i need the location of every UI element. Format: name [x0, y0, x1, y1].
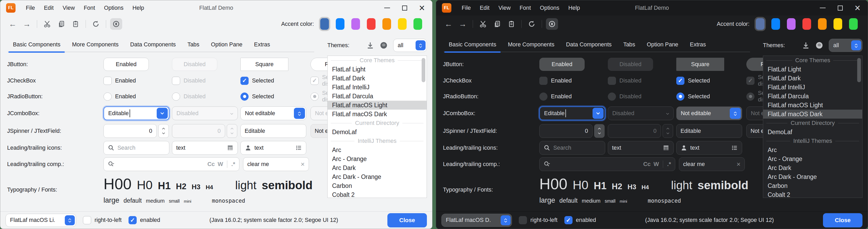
- accent-swatch-1[interactable]: [756, 18, 765, 30]
- tab-extras[interactable]: Extras: [684, 38, 712, 52]
- menu-options[interactable]: Options: [535, 0, 564, 16]
- enabled-checkbox[interactable]: enabled: [128, 216, 160, 224]
- list-icon[interactable]: [295, 144, 302, 151]
- refresh-button[interactable]: [526, 18, 538, 30]
- search-with-options-field[interactable]: CcW.*: [103, 157, 239, 171]
- paste-button[interactable]: [69, 18, 82, 30]
- copy-button[interactable]: [491, 18, 503, 30]
- download-icon[interactable]: [366, 41, 374, 49]
- spinner[interactable]: 0: [539, 124, 608, 138]
- enabled-checkbox[interactable]: enabled: [564, 216, 596, 224]
- text-field-calendar[interactable]: text: [608, 141, 674, 155]
- radio-selected[interactable]: Selected: [241, 92, 310, 101]
- tab-extras[interactable]: Extras: [248, 38, 276, 52]
- combobox-not-editable[interactable]: Not editable: [676, 107, 742, 120]
- search-dropdown-icon[interactable]: [544, 161, 550, 168]
- theme-item[interactable]: Cobalt 2: [328, 190, 427, 198]
- checkbox-selected[interactable]: Selected: [241, 77, 310, 85]
- combobox-updown-button[interactable]: [730, 108, 741, 119]
- match-case-toggle[interactable]: Cc: [207, 161, 215, 168]
- close-button[interactable]: [849, 1, 866, 15]
- maximize-button[interactable]: [396, 1, 413, 15]
- tab-data-components[interactable]: Data Components: [124, 38, 181, 52]
- accent-swatch-4[interactable]: [367, 18, 375, 30]
- refresh-button[interactable]: [90, 18, 102, 30]
- square-button[interactable]: Square: [241, 58, 288, 71]
- match-case-toggle[interactable]: Cc: [643, 161, 650, 168]
- accent-swatch-7[interactable]: [849, 18, 858, 30]
- clear-me-field[interactable]: clear me×: [679, 157, 745, 171]
- combobox-updown-button[interactable]: [501, 215, 510, 225]
- theme-item[interactable]: FlatLaf Light: [328, 65, 427, 74]
- minimize-button[interactable]: [378, 1, 396, 15]
- close-dialog-button[interactable]: Close: [388, 213, 427, 227]
- tab-basic-components[interactable]: Basic Components: [443, 38, 502, 52]
- menu-font[interactable]: Font: [79, 0, 99, 16]
- whole-word-toggle[interactable]: W: [654, 161, 659, 168]
- theme-item[interactable]: Arc Dark: [763, 163, 862, 172]
- enabled-button[interactable]: Enabled: [103, 58, 149, 71]
- enabled-button[interactable]: Enabled: [539, 58, 585, 71]
- forward-button[interactable]: →: [21, 18, 33, 30]
- spinner[interactable]: 0: [103, 124, 172, 138]
- theme-item[interactable]: Arc: [328, 145, 427, 154]
- table-icon[interactable]: [662, 144, 670, 151]
- accent-swatch-2[interactable]: [771, 18, 780, 30]
- theme-item[interactable]: FlatLaf IntelliJ: [763, 83, 862, 92]
- combobox-arrow-button[interactable]: [592, 108, 603, 119]
- tab-tabs[interactable]: Tabs: [182, 38, 205, 52]
- tab-more-components[interactable]: More Components: [502, 38, 560, 52]
- combobox-arrow-button[interactable]: [157, 108, 168, 119]
- github-icon[interactable]: [815, 41, 824, 50]
- accent-swatch-3[interactable]: [351, 18, 360, 30]
- menu-options[interactable]: Options: [99, 0, 128, 16]
- show-toggle-button[interactable]: [546, 18, 558, 30]
- close-button[interactable]: [413, 1, 431, 15]
- tab-option-pane[interactable]: Option Pane: [205, 38, 248, 52]
- github-icon[interactable]: [379, 41, 388, 50]
- regex-toggle[interactable]: .*: [667, 161, 671, 168]
- menu-view[interactable]: View: [58, 0, 79, 16]
- scrollbar-thumb[interactable]: [857, 58, 861, 82]
- accent-swatch-2[interactable]: [336, 18, 344, 30]
- laf-combobox[interactable]: FlatLaf macOS D...: [441, 214, 512, 227]
- theme-item[interactable]: DemoLaf: [763, 127, 862, 137]
- close-dialog-button[interactable]: Close: [823, 213, 863, 227]
- text-field-calendar[interactable]: text: [172, 141, 238, 155]
- theme-item[interactable]: FlatLaf IntelliJ: [328, 83, 427, 92]
- tab-data-components[interactable]: Data Components: [560, 38, 617, 52]
- search-with-options-field[interactable]: CcW.*: [539, 157, 675, 171]
- accent-swatch-5[interactable]: [382, 18, 391, 30]
- whole-word-toggle[interactable]: W: [218, 161, 223, 168]
- theme-item-selected[interactable]: FlatLaf macOS Light: [328, 101, 427, 110]
- maximize-button[interactable]: [831, 1, 849, 15]
- combobox-editable[interactable]: Editable: [103, 107, 169, 120]
- theme-item[interactable]: FlatLaf macOS Dark: [328, 110, 427, 119]
- radio-enabled[interactable]: Enabled: [539, 92, 608, 101]
- back-button[interactable]: ←: [442, 18, 455, 30]
- checkbox-selected[interactable]: Selected: [676, 77, 746, 85]
- search-field[interactable]: Search: [539, 141, 605, 155]
- regex-toggle[interactable]: .*: [231, 161, 235, 168]
- themes-filter-combobox[interactable]: all: [393, 39, 427, 52]
- theme-item[interactable]: Carbon: [328, 181, 427, 190]
- right-to-left-checkbox[interactable]: right-to-left: [83, 216, 122, 224]
- paste-button[interactable]: [505, 18, 518, 30]
- search-field[interactable]: Search: [103, 141, 169, 155]
- minimize-button[interactable]: [814, 1, 831, 15]
- menu-help[interactable]: Help: [128, 0, 149, 16]
- theme-item[interactable]: FlatLaf Darcula: [328, 92, 427, 101]
- theme-item[interactable]: FlatLaf macOS Light: [763, 101, 862, 110]
- cut-button[interactable]: [41, 18, 53, 30]
- table-icon[interactable]: [227, 144, 234, 151]
- combobox-editable[interactable]: Editable: [539, 107, 605, 120]
- accent-swatch-6[interactable]: [398, 18, 407, 30]
- combobox-updown-button[interactable]: [851, 40, 861, 50]
- theme-item[interactable]: Carbon: [763, 181, 862, 190]
- theme-item[interactable]: Cobalt 2: [763, 190, 862, 198]
- spinner-arrows[interactable]: [158, 124, 169, 138]
- tab-tabs[interactable]: Tabs: [618, 38, 641, 52]
- theme-item[interactable]: Arc Dark - Orange: [763, 172, 862, 181]
- show-toggle-button[interactable]: [110, 18, 122, 30]
- theme-item[interactable]: Arc - Orange: [328, 154, 427, 163]
